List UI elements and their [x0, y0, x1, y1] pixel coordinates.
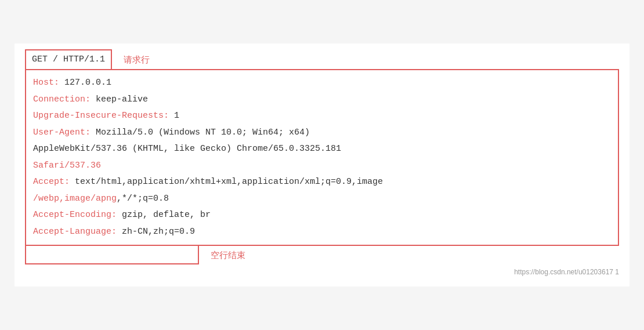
request-line-text: GET / HTTP/1.1: [32, 55, 105, 64]
empty-line-row: 空行结束: [25, 246, 619, 264]
header-line-useragent: User-Agent: Mozilla/5.0 (Windows NT 10.0…: [33, 125, 611, 142]
encoding-value: gzip, deflate, br: [122, 210, 211, 220]
header-line-applewebkit: AppleWebKit/537.36 (KHTML, like Gecko) C…: [33, 141, 611, 158]
header-line-host: Host: 127.0.0.1: [33, 75, 611, 92]
connection-value: keep-alive: [96, 95, 148, 104]
language-value: zh-CN,zh;q=0.9: [122, 227, 195, 237]
upgrade-key: Upgrade-Insecure-Requests:: [33, 111, 169, 121]
footer-url: https://blog.csdn.net/u01203617 1: [25, 268, 619, 276]
accept-key: Accept:: [33, 177, 70, 187]
header-line-language: Accept-Language: zh-CN,zh;q=0.9: [33, 224, 611, 241]
header-line-encoding: Accept-Encoding: gzip, deflate, br: [33, 207, 611, 224]
applewebkit-value: AppleWebKit/537.36 (KHTML, like Gecko) C…: [33, 144, 341, 154]
header-line-accept: Accept: text/html,application/xhtml+xml,…: [33, 174, 611, 191]
host-key: Host:: [33, 78, 59, 88]
request-line-label: 请求行: [124, 49, 150, 67]
header-line-connection: Connection: keep-alive: [33, 92, 611, 108]
accept-key2b: apng: [96, 194, 117, 204]
accept-key2: /webp,image/: [33, 194, 96, 204]
connection-key: Connection:: [33, 95, 91, 104]
request-line-row: GET / HTTP/1.1 请求行: [25, 49, 619, 71]
useragent-value: Mozilla/5.0 (Windows NT 10.0; Win64; x64…: [96, 128, 310, 137]
accept-value2: ,*/*;q=0.8: [117, 194, 169, 204]
header-line-safari: Safari/537.36: [33, 158, 611, 175]
encoding-key: Accept-Encoding:: [33, 210, 117, 220]
header-line-upgrade: Upgrade-Insecure-Requests: 1: [33, 108, 611, 125]
header-box: Host: 127.0.0.1 Connection: keep-alive U…: [25, 69, 619, 246]
main-container: GET / HTTP/1.1 请求行 header Host: 127.0.0.…: [15, 43, 629, 287]
empty-line-label: 空行结束: [211, 250, 245, 261]
accept-value: text/html,application/xhtml+xml,applicat…: [75, 177, 383, 187]
safari-key: Safari/537.36: [33, 161, 101, 171]
host-value: 127.0.0.1: [64, 78, 111, 88]
empty-line-box: [25, 245, 199, 264]
language-key: Accept-Language:: [33, 227, 117, 237]
upgrade-value: 1: [174, 111, 179, 121]
useragent-key: User-Agent:: [33, 128, 91, 137]
request-line-box: GET / HTTP/1.1: [25, 49, 112, 71]
header-line-accept2: /webp,image/apng,*/*;q=0.8: [33, 191, 611, 208]
